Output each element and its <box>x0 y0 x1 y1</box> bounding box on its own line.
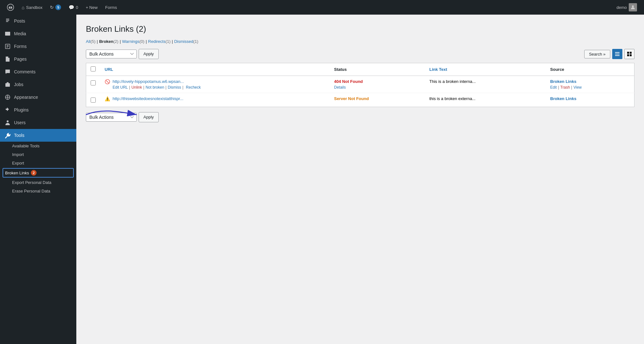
sidebar-item-comments[interactable]: Comments <box>0 65 76 78</box>
sidebar-sub-import[interactable]: Import <box>0 150 76 159</box>
wp-logo-button[interactable] <box>4 0 17 15</box>
sidebar-item-forms[interactable]: Forms <box>0 40 76 53</box>
admin-bar-right: demo <box>613 3 640 11</box>
avatar <box>629 3 637 11</box>
status-cell-2: Server Not Found <box>330 93 425 107</box>
svg-rect-13 <box>615 55 620 56</box>
bottom-toolbar: Bulk Actions Apply <box>86 112 634 122</box>
sidebar-item-media[interactable]: Media <box>0 27 76 40</box>
svg-rect-15 <box>630 52 632 54</box>
source-trash-action[interactable]: Trash <box>560 85 570 90</box>
status-badge-2: Server Not Found <box>334 96 369 101</box>
sandbox-link[interactable]: ⌂ Sandbox <box>18 0 45 15</box>
column-header-link-text[interactable]: Link Text <box>425 63 546 76</box>
updates-badge: 5 <box>55 4 61 10</box>
apply-button-top[interactable]: Apply <box>139 49 159 59</box>
filter-warnings[interactable]: Warnings <box>122 39 139 44</box>
details-link[interactable]: Details <box>334 85 346 90</box>
sidebar-item-appearance[interactable]: Appearance <box>0 91 76 104</box>
sidebar-sub-export[interactable]: Export <box>0 159 76 167</box>
dismiss-action[interactable]: Dismiss <box>168 85 181 90</box>
filter-dismissed-count: (1) <box>193 39 198 44</box>
svg-point-9 <box>7 120 9 122</box>
column-header-url[interactable]: URL <box>100 63 330 76</box>
filter-broken[interactable]: Broken <box>99 39 114 44</box>
svg-rect-7 <box>5 83 10 87</box>
status-cell-1: 404 Not Found Details <box>330 76 425 93</box>
source-view-action[interactable]: View <box>573 85 582 90</box>
recheck-action[interactable]: Recheck <box>186 85 201 90</box>
table-row: ⚠️ http://thiswebsitedoesnotexistatthisp… <box>86 93 634 107</box>
grid-view-button[interactable] <box>624 49 634 59</box>
sidebar-item-plugins[interactable]: Plugins <box>0 104 76 116</box>
source-actions-1: Edit | Trash | View <box>550 85 630 90</box>
source-link-2[interactable]: Broken Links <box>550 96 576 101</box>
filter-redirects[interactable]: Redirects <box>148 39 166 44</box>
forms-link[interactable]: Forms <box>102 0 120 15</box>
content-area: Broken Links (2) All (5) | Broken (2) | … <box>76 15 644 344</box>
source-edit-action[interactable]: Edit <box>550 85 557 90</box>
column-header-status: Status <box>330 63 425 76</box>
svg-rect-1 <box>5 32 10 36</box>
sidebar-item-posts[interactable]: Posts <box>0 15 76 27</box>
sidebar-sub-export-personal-data[interactable]: Export Personal Data <box>0 178 76 187</box>
filter-all[interactable]: All <box>86 39 90 44</box>
status-badge-1: 404 Not Found <box>334 79 363 84</box>
bulk-actions-select-top[interactable]: Bulk Actions <box>86 50 137 58</box>
not-broken-action[interactable]: Not broken <box>146 85 164 90</box>
source-link-1[interactable]: Broken Links <box>550 79 576 84</box>
link-text-cell-2: this is a broken externa... <box>425 93 546 107</box>
row-actions-1: Edit URL | Unlink | Not broken | Dismiss… <box>113 85 201 90</box>
sidebar-item-jobs[interactable]: Jobs <box>0 78 76 91</box>
updates-link[interactable]: ↻ 5 <box>47 0 64 15</box>
toolbar-right: Search » <box>584 49 634 59</box>
svg-rect-14 <box>627 52 629 54</box>
edit-url-action[interactable]: Edit URL <box>113 85 128 90</box>
page-title: Broken Links (2) <box>86 24 634 34</box>
url-cell-2: ⚠️ http://thiswebsitedoesnotexistatthisp… <box>100 93 330 107</box>
sidebar-item-pages[interactable]: Pages <box>0 53 76 65</box>
error-icon: 🚫 <box>105 79 110 84</box>
sidebar-item-tools[interactable]: Tools <box>0 129 76 142</box>
bottom-toolbar-left: Bulk Actions Apply <box>86 112 159 122</box>
sidebar-item-users[interactable]: Users <box>0 116 76 129</box>
row-checkbox-2[interactable] <box>91 98 96 103</box>
row-checkbox-1[interactable] <box>91 80 96 85</box>
filter-redirects-count: (1) <box>165 39 170 44</box>
details-action: Details <box>334 85 420 90</box>
sidebar-sub-available-tools[interactable]: Available Tools <box>0 142 76 150</box>
warning-icon: ⚠️ <box>105 96 110 101</box>
link-text-cell-1: This is a broken interna... <box>425 76 546 93</box>
table-row: 🚫 http://lovely-hippopotamus.w6.wpsan...… <box>86 76 634 93</box>
apply-button-bottom[interactable]: Apply <box>139 112 159 122</box>
select-all-checkbox[interactable] <box>91 66 96 71</box>
url-cell-1: 🚫 http://lovely-hippopotamus.w6.wpsan...… <box>100 76 330 93</box>
links-table: URL Status Link Text Source 🚫 <box>86 63 634 107</box>
unlink-action[interactable]: Unlink <box>131 85 142 90</box>
url-link-1[interactable]: http://lovely-hippopotamus.w6.wpsan... <box>113 79 184 84</box>
user-menu[interactable]: demo <box>613 3 640 11</box>
sidebar-sub-broken-links[interactable]: Broken Links 2 <box>3 168 74 178</box>
column-header-source: Source <box>546 63 634 76</box>
filter-warnings-count: (0) <box>139 39 144 44</box>
bulk-actions-select-bottom[interactable]: Bulk Actions <box>86 113 137 122</box>
search-button[interactable]: Search » <box>584 50 610 58</box>
svg-point-0 <box>632 5 634 7</box>
sidebar-sub-erase-personal-data[interactable]: Erase Personal Data <box>0 187 76 195</box>
filter-dismissed[interactable]: Dismissed <box>174 39 193 44</box>
comments-link[interactable]: 💬 0 <box>66 0 81 15</box>
new-link[interactable]: + New <box>83 0 101 15</box>
filter-all-count: (5) <box>90 39 95 44</box>
filter-broken-count: (2) <box>114 39 119 44</box>
svg-rect-11 <box>615 52 620 53</box>
top-toolbar: Bulk Actions Apply Search » <box>86 49 634 59</box>
svg-rect-17 <box>630 54 632 56</box>
sidebar: Posts Media Forms Pages Comments Jobs <box>0 15 76 344</box>
admin-bar: ⌂ Sandbox ↻ 5 💬 0 + New Forms demo <box>0 0 644 15</box>
list-view-button[interactable] <box>612 49 622 59</box>
broken-links-badge: 2 <box>31 170 37 176</box>
toolbar-left: Bulk Actions Apply <box>86 49 159 59</box>
main-layout: Posts Media Forms Pages Comments Jobs <box>0 15 644 344</box>
source-cell-1: Broken Links Edit | Trash | View <box>546 76 634 93</box>
url-link-2[interactable]: http://thiswebsitedoesnotexistatthispr..… <box>113 96 184 101</box>
